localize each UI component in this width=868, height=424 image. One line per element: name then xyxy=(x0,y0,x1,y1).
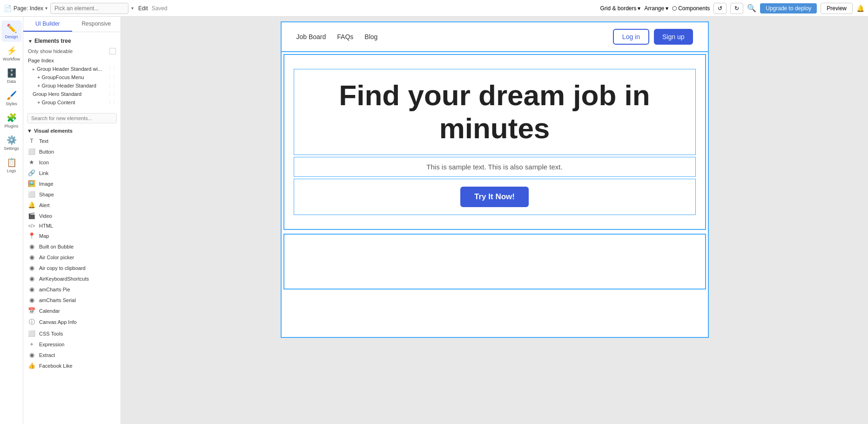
hero-cta-block: Try It Now! xyxy=(294,179,696,215)
group-header-label: Group Header Standard wi... xyxy=(37,66,102,72)
design-icon: ✏️ xyxy=(7,23,17,34)
tree-node-group-content[interactable]: + Group Content ⋮⋮ xyxy=(23,98,121,107)
element-css-tools[interactable]: ⬜ CSS Tools xyxy=(23,328,121,339)
css-tools-icon: ⬜ xyxy=(28,330,35,337)
components-button[interactable]: ⬡ Components xyxy=(672,5,710,12)
extract-icon: ◉ xyxy=(28,351,35,358)
sidebar-item-design[interactable]: ✏️ Design xyxy=(1,20,22,42)
element-air-color-picker[interactable]: ◉ Air Color picker xyxy=(23,252,121,262)
sidebar-item-plugins[interactable]: 🧩 Plugins xyxy=(1,110,22,131)
search-button[interactable]: 🔍 xyxy=(747,4,756,13)
visual-elements-header[interactable]: ▼ Visual elements xyxy=(23,126,121,135)
sidebar-item-workflow[interactable]: ⚡ Workflow xyxy=(1,43,22,64)
alert-icon: 🔔 xyxy=(28,202,35,209)
tree-node-page-index[interactable]: Page Index xyxy=(23,56,121,65)
sidebar-item-data[interactable]: 🗄️ Data xyxy=(1,65,22,87)
tab-responsive[interactable]: Responsive xyxy=(72,17,121,32)
login-button[interactable]: Log in xyxy=(613,29,649,45)
only-hideable-toggle[interactable] xyxy=(109,48,116,54)
grid-borders-button[interactable]: Grid & borders ▾ xyxy=(600,5,640,12)
page-indicator[interactable]: 📄 Page: Index ▾ xyxy=(4,5,47,12)
sidebar-item-settings[interactable]: ⚙️ Settings xyxy=(1,132,22,154)
nav-blog[interactable]: Blog xyxy=(364,33,377,40)
element-html[interactable]: </> HTML xyxy=(23,221,121,230)
visual-elements-label: Visual elements xyxy=(34,128,73,134)
elements-tree-header[interactable]: ▼ Elements tree xyxy=(23,36,121,46)
element-calendar[interactable]: 📅 Calendar xyxy=(23,305,121,316)
element-text[interactable]: T Text xyxy=(23,135,121,146)
left-panel: UI Builder Responsive ▼ Elements tree On… xyxy=(23,17,121,424)
element-icon[interactable]: ★ Icon xyxy=(23,157,121,168)
element-search-input[interactable] xyxy=(27,113,117,123)
tab-ui-builder[interactable]: UI Builder xyxy=(23,17,72,32)
preview-button[interactable]: Preview xyxy=(821,3,853,14)
sidebar-item-styles[interactable]: 🖌️ Styles xyxy=(1,87,22,109)
page-icon: 📄 xyxy=(4,5,12,12)
nav-actions: Log in Sign up xyxy=(613,29,693,45)
element-image[interactable]: 🖼️ Image xyxy=(23,178,121,189)
element-air-keyboard-shortcuts[interactable]: ◉ AirKeyboardShortcuts xyxy=(23,273,121,284)
notification-button[interactable]: 🔔 xyxy=(856,5,864,12)
arrange-button[interactable]: Arrange ▾ xyxy=(644,5,668,12)
canvas-area[interactable]: Job Board FAQs Blog Log in Sign up Find … xyxy=(121,17,868,424)
element-am-charts-pie[interactable]: ◉ amCharts Pie xyxy=(23,284,121,295)
element-canvas-app-info[interactable]: ⓘ Canvas App Info xyxy=(23,316,121,328)
element-shape[interactable]: ⬜ Shape xyxy=(23,189,121,200)
undo-button[interactable]: ↺ xyxy=(713,3,727,14)
image-label: Image xyxy=(39,181,54,187)
drag-handle-3[interactable]: ⋮⋮ xyxy=(108,83,116,88)
main-layout: ✏️ Design ⚡ Workflow 🗄️ Data 🖌️ Styles 🧩… xyxy=(0,17,868,424)
element-built-on-bubble[interactable]: ◉ Built on Bubble xyxy=(23,241,121,252)
drag-handle[interactable]: ⋮⋮ xyxy=(108,67,116,71)
sidebar-item-logs[interactable]: 📋 Logs xyxy=(1,155,22,176)
hero-title: Find your dream job in minutes xyxy=(303,79,686,145)
focus-menu-label: + GroupFocus Menu xyxy=(37,74,84,80)
cta-button[interactable]: Try It Now! xyxy=(460,187,529,207)
link-label: Link xyxy=(39,170,48,176)
shape-label: Shape xyxy=(39,192,54,197)
facebook-like-icon: 👍 xyxy=(28,362,35,369)
drag-handle-4[interactable]: ⋮⋮ xyxy=(108,92,116,96)
facebook-like-label: Facebook Like xyxy=(39,363,73,369)
tree-node-header-standard[interactable]: + Group Header Standard ⋮⋮ xyxy=(23,81,121,90)
element-expression[interactable]: + Expression xyxy=(23,339,121,350)
element-facebook-like[interactable]: 👍 Facebook Like xyxy=(23,360,121,371)
element-button[interactable]: ⬜ Button xyxy=(23,146,121,157)
signup-button[interactable]: Sign up xyxy=(654,29,693,45)
plugins-icon: 🧩 xyxy=(7,113,17,123)
preview-frame: Job Board FAQs Blog Log in Sign up Find … xyxy=(281,21,709,338)
edit-saved: Edit Saved xyxy=(138,5,168,12)
canvas-app-label: Canvas App Info xyxy=(39,319,77,325)
am-charts-serial-label: amCharts Serial xyxy=(39,297,76,303)
components-label: Components xyxy=(678,5,710,12)
hero-subtitle-block: This is sample text. This is also sample… xyxy=(294,157,696,177)
element-alert[interactable]: 🔔 Alert xyxy=(23,200,121,210)
element-extract[interactable]: ◉ Extract xyxy=(23,350,121,360)
element-am-charts-serial[interactable]: ◉ amCharts Serial xyxy=(23,295,121,305)
design-label: Design xyxy=(5,34,18,39)
alert-label: Alert xyxy=(39,202,50,208)
element-air-copy-to-clipboard[interactable]: ◉ Air copy to clipboard xyxy=(23,262,121,273)
hero-title-block: Find your dream job in minutes xyxy=(294,69,696,155)
upgrade-button[interactable]: Upgrade to deploy xyxy=(760,3,817,13)
redo-button[interactable]: ↻ xyxy=(730,3,743,14)
plugins-label: Plugins xyxy=(5,124,19,128)
nav-faqs[interactable]: FAQs xyxy=(337,33,353,40)
drag-handle-2[interactable]: ⋮⋮ xyxy=(108,75,116,80)
tree-node-hero-standard[interactable]: Group Hero Standard ⋮⋮ xyxy=(23,90,121,98)
element-video[interactable]: 🎬 Video xyxy=(23,210,121,221)
page-dropdown-arrow[interactable]: ▾ xyxy=(45,6,47,11)
tree-node-focus-menu[interactable]: + GroupFocus Menu ⋮⋮ xyxy=(23,73,121,81)
only-hideable-row: Only show hideable xyxy=(23,46,121,56)
nav-job-board[interactable]: Job Board xyxy=(296,33,326,40)
pick-element-input[interactable] xyxy=(50,3,128,14)
am-charts-pie-icon: ◉ xyxy=(28,286,35,293)
shape-icon: ⬜ xyxy=(28,191,35,198)
only-hideable-label: Only show hideable xyxy=(28,48,73,54)
pick-dropdown-arrow[interactable]: ▾ xyxy=(131,6,134,11)
element-link[interactable]: 🔗 Link xyxy=(23,168,121,178)
element-map[interactable]: 📍 Map xyxy=(23,230,121,241)
drag-handle-5[interactable]: ⋮⋮ xyxy=(108,100,116,105)
expression-icon: + xyxy=(28,341,35,348)
tree-node-group-header[interactable]: ▸ Group Header Standard wi... ⋮⋮ xyxy=(23,65,121,73)
